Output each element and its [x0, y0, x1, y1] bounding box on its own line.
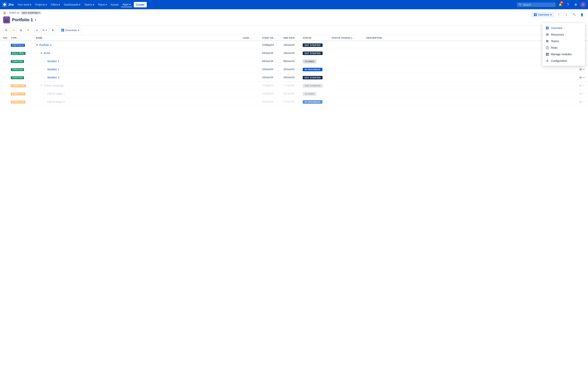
svg-rect-2: [536, 13, 537, 14]
info-button[interactable]: i: [563, 11, 569, 18]
row-name-hybrid-stage-2[interactable]: Hybrid stage 2: [47, 100, 65, 103]
col-header-status-tasks[interactable]: STATUS (TASKS) [...: [332, 37, 366, 39]
view-button[interactable]: 👁 ▾: [41, 28, 49, 33]
row-name-online-campaign[interactable]: Online campaign: [44, 84, 64, 87]
row-start-7: 04/Jun/24: [262, 100, 284, 103]
dropdown-item-overview[interactable]: Overview: [542, 25, 585, 31]
star-icon[interactable]: ☆: [3, 68, 6, 71]
app-logo[interactable]: Jira: [2, 2, 13, 7]
create-button[interactable]: Create: [134, 2, 147, 7]
star-icon[interactable]: ☆: [3, 51, 6, 55]
row-name-alfa[interactable]: ALFA: [44, 52, 50, 55]
row-name-iteration-1[interactable]: Iteration 1: [47, 60, 59, 63]
type-badge-agile: AGILE PROJ: [11, 52, 25, 55]
notifications-button[interactable]: 🔔 9+: [557, 1, 563, 8]
col-header-type[interactable]: TYPE ↕: [11, 37, 36, 39]
briefcase-icon: 💼: [4, 18, 9, 22]
overview-dropdown-button[interactable]: Overview ▾: [531, 12, 554, 17]
share-button[interactable]: ⤴: [556, 11, 562, 18]
expand-arrow-icon[interactable]: ▼: [40, 52, 42, 54]
star-icon[interactable]: ☆: [3, 100, 6, 103]
more-row-action-icon[interactable]: ···: [582, 100, 585, 104]
grid-action-icon[interactable]: ⊞: [579, 92, 582, 95]
col-header-fav: FAV: [3, 37, 11, 39]
nav-item-teams[interactable]: Teams ▾: [83, 2, 95, 7]
grid-action-icon[interactable]: ⊞: [579, 68, 582, 71]
star-icon[interactable]: ☆: [3, 84, 6, 87]
row-start-2: 04/Jun/24: [262, 60, 284, 63]
nav-item-filters[interactable]: Filters ▾: [49, 2, 62, 7]
grid-action-icon[interactable]: ⊞: [579, 100, 582, 103]
filter-icon-btn[interactable]: ⚡: [10, 27, 17, 33]
hamburger-icon: ☰: [5, 29, 8, 32]
col-header-status[interactable]: STATUS: [303, 37, 332, 39]
nav-item-projects[interactable]: Projects ▾: [34, 2, 48, 7]
dropdown-item-manage-modules[interactable]: Manage modules: [542, 51, 585, 58]
col-header-name[interactable]: NAME: [36, 37, 243, 39]
status-chip-4: NOT STARTED: [303, 76, 323, 79]
svg-point-20: [547, 48, 547, 48]
dropdown-item-configuration[interactable]: ⚙ Configuration: [542, 58, 585, 64]
expand-arrow-icon[interactable]: ▼: [36, 44, 38, 46]
row-start-6: 27/May/24: [262, 92, 284, 95]
star-icon[interactable]: ☆: [3, 60, 6, 63]
page-title: Portfolio 1: [12, 17, 33, 22]
nav-label-apps: Apps: [123, 3, 129, 6]
nav-item-assets[interactable]: Assets: [109, 2, 120, 7]
help-button[interactable]: ?: [565, 1, 571, 8]
essentials-button[interactable]: Essentials ▾: [59, 27, 82, 33]
row-name-portfolio-1[interactable]: Portfolio 1: [39, 43, 52, 47]
more-row-action-icon[interactable]: ···: [582, 84, 585, 87]
row-name-iteration-3[interactable]: Iteration 3: [47, 76, 59, 79]
dropdown-item-label-configuration: Configuration: [551, 59, 567, 62]
row-end-3: 15/Jun/24: [284, 68, 303, 71]
help-icon: ?: [567, 3, 569, 7]
more-row-action-icon[interactable]: ···: [582, 68, 585, 71]
chevron-down-icon: ▾: [46, 29, 47, 32]
col-header-end[interactable]: END DATE: [284, 37, 303, 39]
more-row-action-icon[interactable]: ···: [582, 76, 585, 79]
grid-action-icon[interactable]: ⊞: [579, 84, 582, 87]
menu-icon-btn[interactable]: ☰: [3, 27, 9, 33]
person-button[interactable]: 👤: [579, 11, 585, 18]
status-chip-0: NOT STARTED: [303, 43, 323, 47]
search-box[interactable]: 🔍 Search: [517, 2, 556, 7]
settings-button[interactable]: ⚙: [573, 1, 579, 8]
row-name-hybrid-stage-1[interactable]: Hybrid stage 1: [47, 92, 65, 95]
star-icon[interactable]: ☆: [3, 92, 6, 95]
top-navigation: Jira Your work ▾ Projects ▾ Filters ▾ Da…: [0, 0, 588, 9]
row-end-2: 09/Jun/24: [284, 60, 303, 63]
breadcrumb-port-id[interactable]: PORT-20: [9, 11, 20, 14]
grid-action-icon[interactable]: ⊞: [579, 76, 582, 79]
col-header-lead[interactable]: LEAD...: [243, 37, 262, 39]
nav-item-apps[interactable]: Apps ▾: [121, 2, 132, 7]
type-badge-iteration-1: ITERATION: [11, 60, 24, 63]
star-icon[interactable]: ☆: [3, 43, 6, 47]
user-avatar[interactable]: U: [580, 2, 586, 7]
export-button[interactable]: ⬇: [50, 27, 56, 33]
nav-label-plans: Plans: [98, 3, 105, 6]
breadcrumb: 🏠 / PORT-20 NOT STARTED ▾: [0, 9, 588, 16]
wrench-button[interactable]: 🔧: [571, 11, 577, 18]
row-name-iteration-2[interactable]: Iteration 2: [47, 68, 59, 71]
more-row-action-icon[interactable]: ···: [582, 92, 585, 95]
gear-icon: ⚙: [574, 3, 577, 7]
columns-icon-btn[interactable]: ⊞: [18, 27, 24, 33]
nav-item-plans[interactable]: Plans ▾: [96, 2, 108, 7]
add-button[interactable]: +: [25, 27, 31, 33]
sort-button[interactable]: ↕ ▾: [32, 28, 39, 33]
portfolio-header: Overview ▾ ⤴ i 🔧 👤 🏠 /: [0, 9, 588, 25]
dropdown-item-risks[interactable]: Risks: [542, 44, 585, 51]
nav-item-your-work[interactable]: Your work ▾: [16, 2, 33, 7]
home-icon[interactable]: 🏠: [3, 11, 6, 14]
svg-rect-19: [547, 47, 547, 48]
notification-badge: 9+: [560, 1, 564, 4]
dropdown-item-resources[interactable]: Resources: [542, 31, 585, 38]
dropdown-item-label-resources: Resources: [551, 33, 564, 36]
expand-arrow-icon[interactable]: ▼: [40, 84, 42, 87]
nav-item-dashboards[interactable]: Dashboards ▾: [62, 2, 82, 7]
dropdown-item-teams[interactable]: Teams: [542, 38, 585, 44]
portfolio-title-chevron[interactable]: ▾: [35, 18, 36, 21]
col-header-start[interactable]: START DA...: [262, 37, 284, 39]
star-icon[interactable]: ☆: [3, 76, 6, 79]
